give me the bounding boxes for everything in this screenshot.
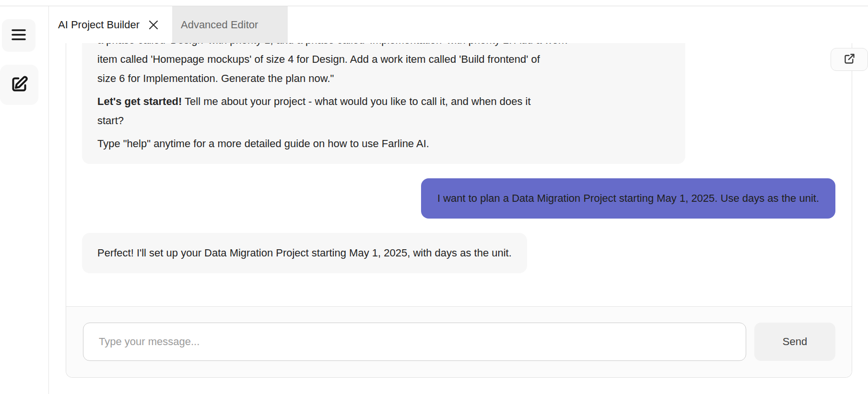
message-line-clipped: a phase called 'Design' with priority 1,… — [97, 43, 670, 50]
assistant-welcome-message: a phase called 'Design' with priority 1,… — [82, 43, 685, 164]
compose-edit-icon — [10, 75, 29, 95]
hamburger-icon — [11, 28, 26, 43]
message-line: Let's get started! Tell me about your pr… — [97, 92, 670, 111]
tab-label: Advanced Editor — [181, 19, 258, 31]
user-message-row: I want to plan a Data Migration Project … — [82, 178, 835, 233]
message-line: item called 'Homepage mockups' of size 4… — [97, 50, 670, 69]
tab-ai-project-builder[interactable]: AI Project Builder — [49, 6, 172, 43]
tab-advanced-editor[interactable]: Advanced Editor — [172, 6, 288, 43]
app-window: AI Project Builder Advanced Editor a pha… — [0, 0, 868, 394]
chat-messages[interactable]: a phase called 'Design' with priority 1,… — [66, 43, 852, 306]
top-border-strip — [0, 0, 868, 6]
tab-label: AI Project Builder — [58, 19, 140, 31]
send-button[interactable]: Send — [754, 323, 835, 361]
open-external-button[interactable] — [831, 48, 868, 71]
chat-panel: a phase called 'Design' with priority 1,… — [66, 43, 852, 378]
sidebar — [0, 6, 49, 394]
assistant-confirmation-message: Perfect! I'll set up your Data Migration… — [82, 233, 527, 273]
bold-text: Let's get started! — [97, 95, 182, 107]
external-link-icon — [843, 52, 856, 67]
message-line: start? — [97, 111, 670, 130]
tab-close-icon[interactable] — [147, 19, 160, 31]
tab-bar: AI Project Builder Advanced Editor — [49, 6, 288, 43]
message-line: Type "help" anytime for a more detailed … — [97, 134, 670, 153]
menu-button[interactable] — [2, 19, 35, 52]
chat-input-bar: Send — [66, 306, 852, 377]
compose-button[interactable] — [0, 65, 38, 105]
user-message: I want to plan a Data Migration Project … — [421, 178, 835, 219]
message-input[interactable] — [83, 323, 746, 361]
message-line: size 6 for Implementation. Generate the … — [97, 69, 670, 88]
message-text: Tell me about your project - what would … — [182, 95, 530, 107]
